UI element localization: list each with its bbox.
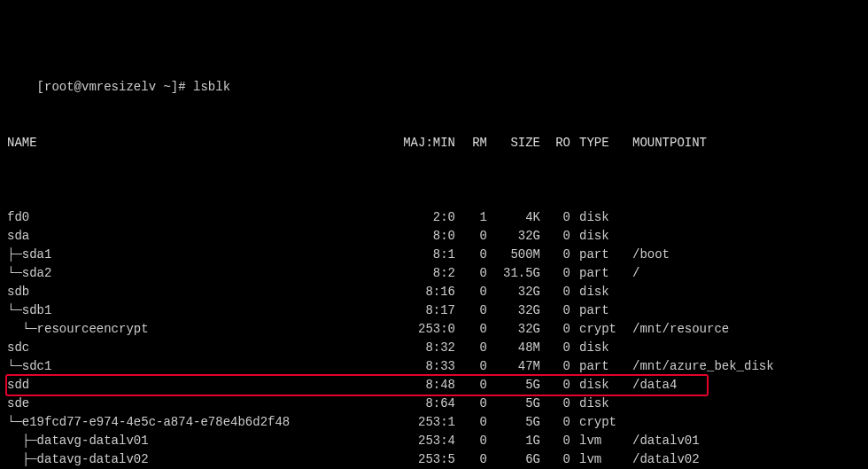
cell-ro: 0 bbox=[544, 301, 574, 320]
cell-size: 47M bbox=[491, 357, 544, 376]
cell-rm: 0 bbox=[459, 320, 491, 339]
cell-name: sdb bbox=[7, 283, 397, 301]
cell-size: 5G bbox=[491, 413, 544, 432]
cell-ro: 0 bbox=[544, 283, 574, 301]
lsblk-row: sdb8:16032G0disk bbox=[7, 283, 861, 301]
cell-name: └─sdc1 bbox=[7, 357, 397, 376]
cell-type: part bbox=[574, 357, 627, 376]
cell-mount: / bbox=[627, 264, 804, 283]
cell-ro: 0 bbox=[544, 450, 574, 469]
cell-name: └─sdb1 bbox=[7, 301, 397, 320]
cell-rm: 0 bbox=[459, 357, 491, 376]
cell-majmin: 2:0 bbox=[397, 208, 459, 227]
cell-ro: 0 bbox=[544, 376, 574, 395]
cell-majmin: 253:1 bbox=[397, 413, 459, 432]
lsblk-row: sdc8:32048M0disk bbox=[7, 339, 861, 357]
cell-majmin: 8:64 bbox=[397, 395, 459, 413]
cell-majmin: 8:17 bbox=[397, 301, 459, 320]
cell-size: 32G bbox=[491, 301, 544, 320]
cell-mount: /boot bbox=[627, 246, 804, 264]
cell-type: crypt bbox=[574, 320, 627, 339]
cell-name: sdc bbox=[7, 339, 397, 357]
cell-mount: /datalv02 bbox=[627, 450, 804, 469]
lsblk-row: sda8:0032G0disk bbox=[7, 227, 861, 246]
cell-ro: 0 bbox=[544, 264, 574, 283]
lsblk-row: └─sdc18:33047M0part/mnt/azure_bek_disk bbox=[7, 357, 861, 376]
lsblk-row: sde8:6405G0disk bbox=[7, 395, 861, 413]
cell-size: 1G bbox=[491, 432, 544, 450]
cell-rm: 0 bbox=[459, 376, 491, 395]
hdr-type: TYPE bbox=[574, 134, 627, 152]
cell-majmin: 8:16 bbox=[397, 283, 459, 301]
cell-name: ├─datavg-datalv01 bbox=[7, 432, 397, 450]
cell-size: 6G bbox=[491, 450, 544, 469]
cell-rm: 0 bbox=[459, 283, 491, 301]
cell-mount: /datalv01 bbox=[627, 432, 804, 450]
cell-type: disk bbox=[574, 227, 627, 246]
cell-mount: /mnt/resource bbox=[627, 320, 804, 339]
cell-ro: 0 bbox=[544, 246, 574, 264]
cell-mount: /data4 bbox=[627, 376, 804, 395]
cell-size: 5G bbox=[491, 376, 544, 395]
cell-majmin: 8:2 bbox=[397, 264, 459, 283]
prompt-line: [root@vmresizelv ~]# lsblk bbox=[7, 59, 861, 78]
cell-ro: 0 bbox=[544, 413, 574, 432]
cell-type: crypt bbox=[574, 413, 627, 432]
cell-type: part bbox=[574, 301, 627, 320]
cell-size: 31.5G bbox=[491, 264, 544, 283]
cell-type: disk bbox=[574, 376, 627, 395]
hdr-rm: RM bbox=[459, 134, 491, 152]
lsblk-row: └─resourceencrypt253:0032G0crypt/mnt/res… bbox=[7, 320, 861, 339]
lsblk-row: fd02:014K0disk bbox=[7, 208, 861, 227]
cell-type: lvm bbox=[574, 432, 627, 450]
cell-size: 32G bbox=[491, 283, 544, 301]
cell-size: 5G bbox=[491, 395, 544, 413]
cell-type: disk bbox=[574, 283, 627, 301]
cell-size: 500M bbox=[491, 246, 544, 264]
cell-rm: 0 bbox=[459, 450, 491, 469]
cell-majmin: 253:0 bbox=[397, 320, 459, 339]
lsblk-header: NAME MAJ:MIN RM SIZE RO TYPE MOUNTPOINT bbox=[7, 134, 861, 152]
cell-size: 4K bbox=[491, 208, 544, 227]
cell-ro: 0 bbox=[544, 432, 574, 450]
cell-ro: 0 bbox=[544, 227, 574, 246]
cell-size: 32G bbox=[491, 320, 544, 339]
cell-rm: 0 bbox=[459, 264, 491, 283]
cell-name: fd0 bbox=[7, 208, 397, 227]
cell-ro: 0 bbox=[544, 320, 574, 339]
cell-mount: /mnt/azure_bek_disk bbox=[627, 357, 804, 376]
cell-name: sde bbox=[7, 395, 397, 413]
cell-type: disk bbox=[574, 395, 627, 413]
cell-majmin: 253:5 bbox=[397, 450, 459, 469]
cell-type: part bbox=[574, 264, 627, 283]
cell-majmin: 8:32 bbox=[397, 339, 459, 357]
lsblk-row: sdd8:4805G0disk/data4 bbox=[7, 376, 861, 395]
cell-rm: 0 bbox=[459, 301, 491, 320]
cell-size: 48M bbox=[491, 339, 544, 357]
cell-rm: 0 bbox=[459, 227, 491, 246]
cell-type: lvm bbox=[574, 450, 627, 469]
hdr-majmin: MAJ:MIN bbox=[397, 134, 459, 152]
cell-majmin: 8:48 bbox=[397, 376, 459, 395]
cell-majmin: 8:1 bbox=[397, 246, 459, 264]
cell-rm: 0 bbox=[459, 246, 491, 264]
cell-type: part bbox=[574, 246, 627, 264]
cell-ro: 0 bbox=[544, 357, 574, 376]
lsblk-row: └─sdb18:17032G0part bbox=[7, 301, 861, 320]
cell-name: └─sda2 bbox=[7, 264, 397, 283]
cell-name: ├─datavg-datalv02 bbox=[7, 450, 397, 469]
hdr-name: NAME bbox=[7, 134, 397, 152]
cell-name: sdd bbox=[7, 376, 397, 395]
cell-rm: 0 bbox=[459, 432, 491, 450]
cell-ro: 0 bbox=[544, 395, 574, 413]
cell-ro: 0 bbox=[544, 339, 574, 357]
lsblk-row: └─sda28:2031.5G0part/ bbox=[7, 264, 861, 283]
cell-name: ├─sda1 bbox=[7, 246, 397, 264]
cell-rm: 0 bbox=[459, 413, 491, 432]
lsblk-row: ├─datavg-datalv02253:506G0lvm/datalv02 bbox=[7, 450, 861, 469]
terminal[interactable]: [root@vmresizelv ~]# lsblk NAME MAJ:MIN … bbox=[0, 0, 868, 469]
cell-name: └─e19fcd77-e974-4e5c-a874-e78e4b6d2f48 bbox=[7, 413, 397, 432]
cell-name: └─resourceencrypt bbox=[7, 320, 397, 339]
cell-rm: 1 bbox=[459, 208, 491, 227]
cell-rm: 0 bbox=[459, 339, 491, 357]
